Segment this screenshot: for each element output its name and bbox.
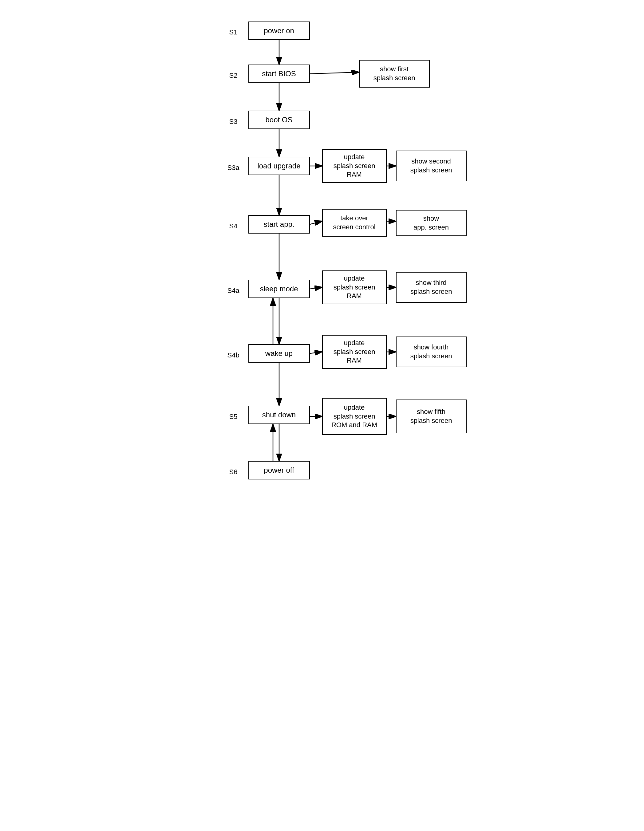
flowchart-diagram: power on start BIOS boot OS load upgrade…: [202, 12, 442, 781]
show-third-splash-box: show thirdsplash screen: [396, 272, 467, 303]
label-s3: S3: [229, 118, 238, 126]
show-fourth-splash-box: show fourthsplash screen: [396, 336, 467, 367]
show-second-splash-box: show secondsplash screen: [396, 151, 467, 181]
power-on-box: power on: [249, 22, 310, 40]
load-upgrade-box: load upgrade: [249, 157, 310, 175]
start-app-box: start app.: [249, 215, 310, 234]
label-s3a: S3a: [228, 164, 239, 172]
show-fifth-splash-box: show fifthsplash screen: [396, 400, 467, 433]
update-ram-s3a-box: updatesplash screenRAM: [322, 149, 387, 183]
boot-os-box: boot OS: [249, 111, 310, 129]
label-s2: S2: [229, 72, 238, 80]
update-ram-s4b-box: updatesplash screenRAM: [322, 335, 387, 369]
label-s4b: S4b: [228, 351, 239, 359]
show-app-screen-box: showapp. screen: [396, 210, 467, 236]
label-s4: S4: [229, 222, 238, 230]
svg-line-11: [310, 72, 359, 74]
svg-line-14: [310, 221, 322, 224]
start-bios-box: start BIOS: [249, 65, 310, 83]
wake-up-box: wake up: [249, 344, 310, 363]
update-ram-s4a-box: updatesplash screenRAM: [322, 271, 387, 304]
svg-line-18: [310, 352, 322, 353]
svg-line-16: [310, 287, 322, 289]
arrows-overlay: [202, 12, 442, 781]
shut-down-box: shut down: [249, 406, 310, 424]
label-s6: S6: [229, 468, 238, 476]
take-over-box: take overscreen control: [322, 209, 387, 237]
show-first-splash-box: show firstsplash screen: [359, 60, 430, 88]
power-off-box: power off: [249, 461, 310, 479]
sleep-mode-box: sleep mode: [249, 280, 310, 298]
label-s1: S1: [229, 28, 238, 36]
label-s5: S5: [229, 413, 238, 421]
label-s4a: S4a: [228, 287, 239, 295]
update-rom-ram-box: updatesplash screenROM and RAM: [322, 398, 387, 435]
